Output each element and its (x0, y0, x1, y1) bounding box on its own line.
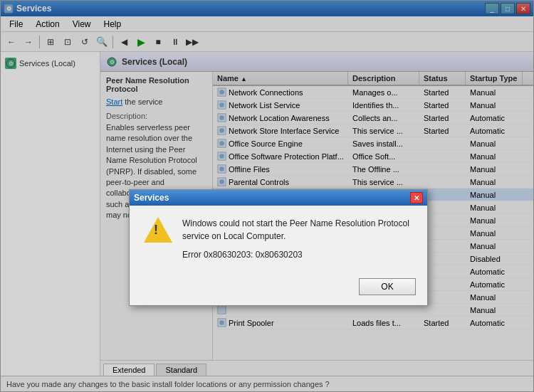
warning-icon (144, 217, 172, 245)
main-window: ⚙ Services _ □ ✕ File Action View Help ←… (0, 0, 534, 392)
modal-title: Services (134, 193, 169, 203)
modal-error-text: Error 0x80630203: 0x80630203 (182, 248, 413, 261)
modal-footer: OK (130, 272, 427, 305)
modal-overlay: Services ✕ Windows could not start the P… (1, 1, 533, 391)
modal-title-bar: Services ✕ (130, 190, 427, 206)
modal-close-button[interactable]: ✕ (410, 192, 423, 203)
modal-message-text: Windows could not start the Peer Name Re… (182, 217, 413, 261)
warning-triangle (144, 217, 172, 243)
modal-main-message: Windows could not start the Peer Name Re… (182, 217, 413, 243)
modal-body: Windows could not start the Peer Name Re… (130, 206, 427, 272)
modal-dialog: Services ✕ Windows could not start the P… (129, 189, 428, 306)
modal-ok-button[interactable]: OK (359, 278, 416, 295)
